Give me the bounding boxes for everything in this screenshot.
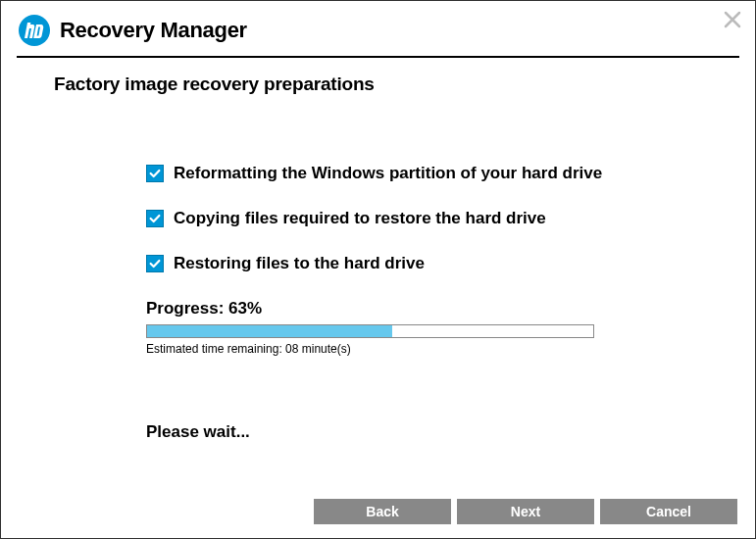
checkmark-icon (146, 210, 164, 227)
close-icon[interactable] (722, 9, 743, 30)
progress-section: Progress: 63% Estimated time remaining: … (146, 299, 755, 356)
app-title: Recovery Manager (60, 18, 247, 43)
progress-label: Progress: 63% (146, 299, 755, 318)
step-copy: Copying files required to restore the ha… (146, 209, 755, 228)
page-subtitle: Factory image recovery preparations (1, 58, 755, 95)
checkmark-icon (146, 165, 164, 182)
header: Recovery Manager (1, 1, 755, 56)
back-button[interactable]: Back (314, 499, 451, 524)
content-area: Reformatting the Windows partition of yo… (1, 95, 755, 442)
svg-point-0 (19, 15, 50, 46)
cancel-button[interactable]: Cancel (600, 499, 737, 524)
step-reformat: Reformatting the Windows partition of yo… (146, 164, 755, 183)
step-label: Restoring files to the hard drive (174, 254, 425, 273)
hp-logo-icon (19, 15, 50, 46)
step-restore: Restoring files to the hard drive (146, 254, 755, 273)
time-remaining: Estimated time remaining: 08 minute(s) (146, 342, 755, 356)
step-label: Reformatting the Windows partition of yo… (174, 164, 602, 183)
step-label: Copying files required to restore the ha… (174, 209, 546, 228)
button-bar: Back Next Cancel (314, 499, 737, 524)
progress-bar (146, 324, 594, 338)
progress-fill (147, 325, 392, 337)
next-button[interactable]: Next (457, 499, 594, 524)
checkmark-icon (146, 255, 164, 272)
wait-text: Please wait... (146, 422, 755, 442)
